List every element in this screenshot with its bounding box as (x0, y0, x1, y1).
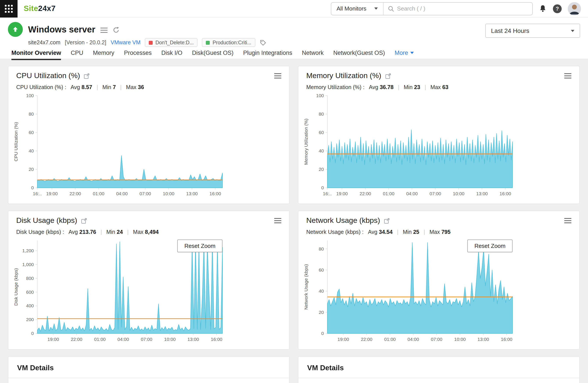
all-monitors-dropdown[interactable]: All Monitors (331, 2, 383, 15)
help-icon[interactable]: ? (553, 4, 562, 13)
reset-zoom-button[interactable]: Reset Zoom (177, 240, 222, 252)
app-grid-button[interactable] (0, 0, 18, 17)
tag-label: Don't_Delete:D... (156, 40, 194, 45)
panel-menu-icon[interactable] (564, 218, 571, 223)
avg-stat: Avg 34.54 (368, 229, 393, 235)
reset-zoom-button[interactable]: Reset Zoom (467, 240, 513, 252)
tab-disk-io[interactable]: Disk I/O (161, 50, 182, 60)
svg-text:800: 800 (26, 276, 34, 281)
all-monitors-label: All Monitors (336, 5, 366, 12)
svg-text:1,000: 1,000 (22, 262, 34, 267)
disk-stats-line: Disk Usage (kbps) : Avg 213.76 | Min 24 … (8, 225, 289, 235)
logo-part-site: Site (24, 4, 38, 13)
tab-network-guest-os[interactable]: Network(Guest OS) (333, 50, 385, 60)
page-title: Windows server (28, 24, 95, 34)
expand-chart-icon[interactable] (81, 218, 87, 223)
svg-text:16:..: 16:.. (33, 191, 42, 196)
panel-menu-icon[interactable] (274, 73, 281, 79)
tag-pill[interactable]: Don't_Delete:D... (145, 38, 198, 47)
hamburger-icon[interactable] (101, 27, 107, 33)
avatar[interactable] (568, 2, 581, 15)
panel-title: CPU Utilization (%) (16, 72, 80, 80)
tab-processes[interactable]: Processes (124, 50, 152, 60)
panel-menu-icon[interactable] (564, 73, 571, 79)
svg-text:20: 20 (319, 167, 324, 172)
disk-chart[interactable]: 02004006008001,0001,20019:0022:0001:0004… (13, 236, 285, 347)
svg-text:80: 80 (29, 111, 34, 117)
search-icon (388, 5, 394, 12)
network-stats-line: Network Usage (kbps) : Avg 34.54 | Min 2… (298, 225, 579, 235)
svg-text:19:00: 19:00 (337, 337, 349, 342)
tag-pill[interactable]: Production:Criti... (202, 38, 255, 47)
panel-title: Memory Utilization (%) (306, 72, 381, 80)
tab-cpu[interactable]: CPU (71, 50, 83, 60)
svg-text:Network Usage (kbps): Network Usage (kbps) (303, 264, 309, 310)
vmware-vm-link[interactable]: VMware VM (111, 40, 140, 46)
max-stat: Max 795 (430, 229, 451, 235)
svg-text:10:00: 10:00 (163, 191, 174, 196)
network-chart[interactable]: 02040608019:0022:0001:0004:0007:0010:001… (303, 236, 575, 347)
svg-text:01:00: 01:00 (384, 337, 396, 342)
stat-separator: | (397, 229, 399, 235)
stat-separator: | (120, 84, 122, 90)
time-range-dropdown[interactable]: Last 24 Hours (485, 24, 580, 38)
max-stat: Max 63 (430, 84, 448, 90)
svg-text:07:00: 07:00 (431, 337, 442, 342)
min-stat: Min 25 (403, 229, 419, 235)
svg-text:16:00: 16:00 (501, 337, 513, 342)
svg-text:01:00: 01:00 (93, 191, 105, 196)
search-section (383, 5, 532, 12)
vm-details-panel: VM Details Host Name s24x7-w10.site24x7.… (8, 356, 290, 383)
expand-chart-icon[interactable] (84, 73, 90, 79)
search-input[interactable] (397, 5, 528, 12)
navbar-icons: ? (539, 2, 581, 15)
memory-stats-line: Memory Utilization (%) : Avg 36.78 | Min… (298, 80, 579, 90)
cpu-chart[interactable]: 02040608010016:..19:0022:0001:0004:0007:… (13, 91, 285, 201)
cpu-stats-line: CPU Utilization (%) : Avg 8.57 | Min 7 |… (8, 80, 289, 90)
svg-text:Memory Utilization (%): Memory Utilization (%) (303, 119, 309, 165)
memory-chart[interactable]: 02040608010016:..19:0022:0001:0004:0007:… (303, 91, 575, 201)
stats-metric-label: Memory Utilization (%) : (306, 84, 364, 90)
notification-icon[interactable] (539, 5, 547, 12)
stat-separator: | (424, 229, 425, 235)
site24x7-logo[interactable]: Site24x7 (24, 4, 56, 13)
svg-text:40: 40 (319, 288, 324, 294)
avg-stat: Avg 8.57 (71, 84, 92, 90)
tab-network[interactable]: Network (302, 50, 324, 60)
stats-metric-label: CPU Utilization (%) : (16, 84, 66, 90)
tab-monitor-overview[interactable]: Monitor Overview (11, 50, 61, 60)
svg-text:60: 60 (319, 130, 324, 135)
svg-text:0: 0 (321, 331, 324, 336)
tag-label: Production:Criti... (213, 40, 251, 45)
svg-text:60: 60 (29, 130, 34, 135)
expand-chart-icon[interactable] (385, 73, 391, 79)
svg-text:0: 0 (31, 185, 34, 190)
max-stat: Max 8,494 (133, 229, 159, 235)
stat-separator: | (424, 84, 426, 90)
svg-text:80: 80 (319, 246, 324, 251)
svg-text:22:00: 22:00 (71, 337, 83, 342)
svg-text:16:00: 16:00 (211, 337, 222, 342)
svg-text:13:00: 13:00 (477, 337, 489, 342)
tab-plugin-integrations[interactable]: Plugin Integrations (243, 50, 292, 60)
disk-usage-panel: Disk Usage (kbps) Disk Usage (kbps) : Av… (8, 211, 290, 350)
svg-text:19:00: 19:00 (336, 191, 348, 196)
svg-text:40: 40 (29, 148, 34, 153)
stat-separator: | (398, 84, 399, 90)
page-header: Windows server site24x7.com [Version - 2… (0, 18, 588, 59)
panel-menu-icon[interactable] (274, 218, 281, 223)
svg-text:1,200: 1,200 (22, 248, 34, 253)
tab-more[interactable]: More (395, 50, 414, 60)
tab-memory[interactable]: Memory (93, 50, 115, 60)
avg-stat: Avg 213.76 (68, 229, 96, 235)
refresh-icon[interactable] (113, 27, 119, 33)
svg-text:04:00: 04:00 (116, 191, 128, 196)
tag-icon[interactable] (260, 39, 266, 46)
svg-text:40: 40 (319, 148, 324, 153)
expand-chart-icon[interactable] (384, 218, 390, 223)
svg-text:10:00: 10:00 (454, 337, 466, 342)
panel-title: Disk Usage (kbps) (16, 216, 77, 225)
tab-disk-guest-os[interactable]: Disk(Guest OS) (192, 50, 233, 60)
tag-color-square (206, 40, 210, 44)
status-up-badge (8, 22, 23, 37)
